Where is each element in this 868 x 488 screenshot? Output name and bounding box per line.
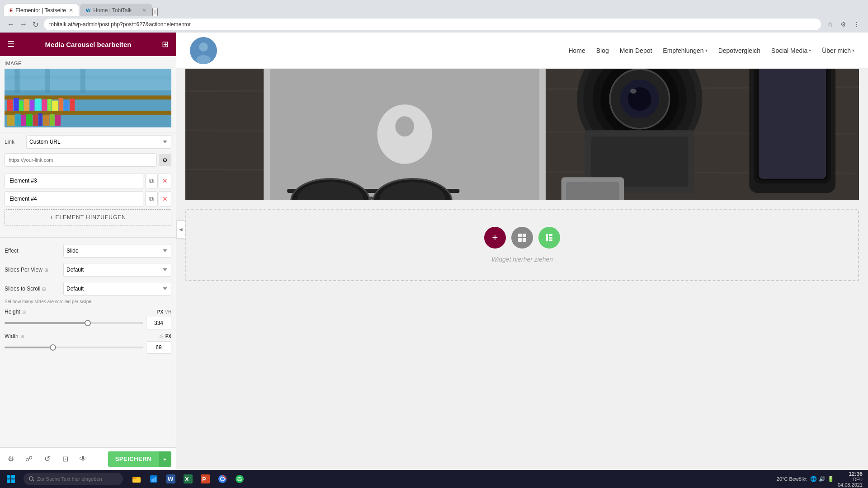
taskbar-search-input[interactable]	[37, 476, 114, 482]
url-settings-button[interactable]: ⚙	[159, 154, 171, 166]
element-4-copy-button[interactable]: ⧉	[145, 191, 158, 206]
taskbar-app-word[interactable]: W	[163, 471, 179, 487]
taskbar-time[interactable]: 12:36 DEU 04.08.2021	[838, 471, 863, 488]
svg-rect-8	[7, 99, 13, 111]
slides-to-scroll-select[interactable]: Default 1 2	[63, 282, 171, 296]
sidebar-menu-button[interactable]: ☰	[7, 39, 14, 49]
elementor-logo-button[interactable]	[538, 227, 560, 249]
url-input-row: ⚙	[0, 151, 176, 170]
browser-actions: ☆ ⚙ ⋮	[825, 20, 863, 29]
address-input[interactable]	[44, 19, 821, 30]
svg-rect-84	[155, 477, 156, 482]
extensions-button[interactable]: ⚙	[838, 20, 849, 29]
nav-link-depotvergleich[interactable]: Depotvergleich	[718, 47, 760, 54]
svg-rect-80	[132, 477, 137, 479]
history-icon-button[interactable]: ↺	[41, 453, 53, 465]
svg-rect-6	[5, 95, 171, 99]
nav-link-depot[interactable]: Mein Depot	[620, 47, 652, 54]
time-display: 12:36	[838, 471, 863, 477]
svg-rect-72	[7, 475, 10, 479]
browser-tab-elementor[interactable]: E Elementor | Testseite ✕	[4, 4, 79, 16]
widget-drop-zone[interactable]: +	[185, 209, 859, 281]
tab-close-elementor[interactable]: ✕	[69, 7, 73, 14]
element-3-delete-button[interactable]: ✕	[159, 173, 171, 188]
nav-link-home[interactable]: Home	[568, 47, 585, 54]
svg-rect-7	[5, 111, 171, 115]
height-unit-vh[interactable]: VH	[165, 310, 171, 314]
slides-per-view-select[interactable]: Default 1 2 3	[63, 263, 171, 277]
sidebar-grid-button[interactable]: ⊞	[162, 39, 169, 49]
width-unit-px[interactable]: PX	[165, 334, 171, 339]
back-button[interactable]: ←	[5, 19, 16, 30]
nav-link-social[interactable]: Social Media ▾	[771, 47, 811, 54]
height-slider-fill	[5, 322, 88, 324]
width-slider-thumb[interactable]	[50, 344, 56, 351]
taskbar-app-powerpoint[interactable]: P	[197, 471, 213, 487]
element-input-4[interactable]	[5, 191, 143, 206]
taskbar-app-chrome[interactable]	[214, 471, 231, 487]
new-tab-button[interactable]: +	[152, 8, 158, 16]
volume-icon[interactable]: 🔊	[819, 476, 826, 482]
widget-gallery-button[interactable]	[511, 227, 533, 249]
url-input[interactable]	[5, 153, 157, 167]
elements-section: ⧉ ✕ ⧉ ✕ + ELEMENT HINZUFÜGEN	[0, 170, 176, 234]
nav-links: Home Blog Mein Depot Empfehlungen ▾ Depo…	[568, 47, 854, 54]
save-dropdown-button[interactable]: ▸	[159, 451, 171, 467]
settings-icon-button[interactable]: ⚙	[5, 453, 17, 465]
site-nav: Home Blog Mein Depot Empfehlungen ▾ Depo…	[176, 33, 868, 69]
effect-row: Effect Slide Fade	[0, 241, 176, 260]
layers-icon-button[interactable]: ☍	[23, 453, 35, 465]
forward-button[interactable]: →	[18, 19, 29, 30]
nav-link-about[interactable]: Über mich ▾	[822, 47, 854, 54]
nav-link-empfehlungen[interactable]: Empfehlungen ▾	[663, 47, 707, 54]
width-value-input[interactable]	[146, 341, 171, 354]
responsive-icon-button[interactable]: ⊡	[59, 453, 71, 465]
taskbar-app-spotify[interactable]	[231, 471, 248, 487]
save-button[interactable]: SPEICHERN	[108, 451, 159, 467]
menu-button[interactable]: ⋮	[851, 20, 863, 29]
svg-rect-28	[55, 115, 61, 126]
taskbar-app-excel[interactable]: X	[180, 471, 196, 487]
settings-divider-1	[0, 237, 176, 238]
preview-sections: Home Blog Mein Depot Empfehlungen ▾ Depo…	[176, 33, 868, 470]
element-3-copy-button[interactable]: ⧉	[145, 173, 158, 188]
svg-text:P: P	[202, 476, 206, 483]
height-slider-control	[5, 317, 171, 329]
bookmark-button[interactable]: ☆	[825, 20, 836, 29]
preview-icon-button[interactable]: 👁	[77, 453, 90, 465]
preview-toggle-button[interactable]: ◀	[176, 221, 185, 239]
height-units: PX VH	[157, 310, 171, 314]
network-icon[interactable]: 🌐	[810, 476, 817, 482]
add-element-button[interactable]: + ELEMENT HINZUFÜGEN	[5, 209, 171, 225]
effect-label: Effect	[5, 248, 63, 254]
width-slider-fill	[5, 347, 53, 348]
taskbar-app-task[interactable]	[146, 471, 162, 487]
browser-tab-wordpress[interactable]: W Home | TobiTalk ✕	[80, 4, 152, 16]
height-unit-px[interactable]: PX	[157, 310, 163, 314]
link-select[interactable]: Custom URL Media File None	[26, 135, 171, 149]
browser-tabs: E Elementor | Testseite ✕ W Home | TobiT…	[0, 0, 868, 16]
svg-rect-15	[47, 99, 52, 111]
taskbar-app-explorer[interactable]	[128, 471, 145, 487]
width-slider-track[interactable]	[5, 347, 143, 348]
effect-select[interactable]: Slide Fade	[63, 244, 171, 258]
height-slider-track[interactable]	[5, 322, 143, 324]
image-preview[interactable]	[5, 69, 171, 127]
add-widget-button[interactable]: +	[484, 227, 506, 249]
sidebar-header: ☰ Media Carousel bearbeiten ⊞	[0, 33, 176, 56]
tab-close-wordpress[interactable]: ✕	[142, 7, 146, 14]
element-4-delete-button[interactable]: ✕	[159, 191, 171, 206]
start-button[interactable]	[0, 470, 22, 488]
height-slider-thumb[interactable]	[85, 320, 91, 326]
width-slider-header: Width ⊞ ⛓ PX	[5, 333, 171, 339]
reload-button[interactable]: ↻	[31, 19, 40, 30]
height-value-input[interactable]	[146, 317, 171, 329]
svg-rect-19	[70, 99, 75, 111]
svg-rect-20	[7, 115, 15, 126]
taskbar-search[interactable]	[24, 473, 123, 485]
systray-icons: 🌐 🔊 🔋	[810, 476, 834, 482]
svg-rect-69	[549, 234, 552, 236]
nav-link-blog[interactable]: Blog	[596, 47, 609, 54]
element-input-3[interactable]	[5, 173, 143, 188]
slides-hint: Set how many slides are scrolled per swi…	[0, 298, 176, 307]
